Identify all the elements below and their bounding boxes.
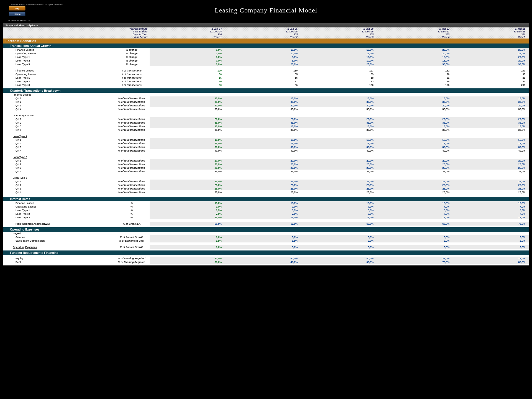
group-label: Loan Type 1 <box>3 134 114 138</box>
row-value: 20,0% <box>453 55 529 59</box>
row-value: 25,0% <box>377 180 453 183</box>
row-value: 30,0% <box>301 145 377 149</box>
row-unit: % of total transactions <box>114 159 150 162</box>
row-value: 3,0% <box>226 245 301 249</box>
row-value: 10,0% <box>226 48 301 52</box>
row-value: 25,0% <box>226 183 301 187</box>
table-row: Qrt 4% of total transactions35,0%35,0%35… <box>3 107 529 111</box>
row-unit: % of total transactions <box>114 187 150 190</box>
table-row: Loan Type 3%15,0%15,0%15,0%15,0%15,0% <box>3 216 529 219</box>
row-unit: % of total transactions <box>114 107 150 111</box>
table-row: Qrt 2% of total transactions20,0%20,0%20… <box>3 162 529 166</box>
row-value: 30,0% <box>453 100 529 104</box>
table-row: Qrt 4% of total transactions25,0%25,0%25… <box>3 190 529 194</box>
row-value: 15,0% <box>226 124 301 128</box>
row-unit: % of total transactions <box>114 145 150 149</box>
row-value: 15,0% <box>301 48 377 52</box>
group-label: Finance Leases <box>3 93 114 96</box>
row-value: 10,0% <box>301 59 377 62</box>
label: Year Period <box>114 36 150 39</box>
val: 31-Dec-28 <box>453 30 529 33</box>
row-value: 70,0% <box>453 222 529 226</box>
row-value: 15,0% <box>301 124 377 128</box>
row-value: 25,0% <box>453 180 529 183</box>
val: 31-Dec-24 <box>150 30 226 33</box>
row-value: 25,0% <box>301 62 377 66</box>
page-title: Leasing Company Financial Model <box>3 7 529 14</box>
row-value: 15,0% <box>226 142 301 145</box>
val: 366 <box>150 33 226 36</box>
val: 1-Jan-26 <box>301 27 377 30</box>
row-value: 30,0% <box>226 145 301 149</box>
row-value: 7,0% <box>226 212 301 216</box>
row-value: 15,0% <box>150 96 226 100</box>
row-value: 15,0% <box>226 96 301 100</box>
row-value: 7,0% <box>226 205 301 208</box>
row-value: 2,0% <box>301 239 377 242</box>
row-unit: % of total transactions <box>114 162 150 166</box>
table-row: Qrt 1% of total transactions15,0%15,0%15… <box>3 96 529 100</box>
row-value: 30,0% <box>377 100 453 104</box>
row-unit: % of total transactions <box>114 183 150 187</box>
table-row: Operating Leases%9,0%7,0%7,0%7,0%7,0% <box>3 205 529 208</box>
val: 1-Jan-28 <box>453 27 529 30</box>
row-value: 0,0% <box>150 62 226 66</box>
row-label: Loan Type 1 <box>3 76 114 80</box>
row-label: Qrt 4 <box>3 170 114 173</box>
row-value: 3,0% <box>453 245 529 249</box>
val: 366 <box>453 33 529 36</box>
operating-expenses-row: Operating Expenses% of Annual Growth0,0%… <box>3 245 529 249</box>
row-label: Loan Type 3 <box>3 216 114 219</box>
row-value: 156 <box>377 83 453 87</box>
row-value: 25,0% <box>377 183 453 187</box>
row-value: 2,0% <box>453 239 529 242</box>
row-unit: % <box>114 201 150 205</box>
table-row: Loan Type 2%7,0%7,0%7,0%7,0%7,0% <box>3 212 529 216</box>
rwa-row: Risk-Weighted Assets (RWA)% of Gross IEA… <box>3 222 529 226</box>
row-value: 15,0% <box>377 142 453 145</box>
copyright-text: © Profit Vision Financial Services. All … <box>11 3 63 6</box>
row-value: 68,0% <box>377 222 453 226</box>
val: 31-Dec-27 <box>377 30 453 33</box>
row-unit: % of total transactions <box>114 104 150 107</box>
row-unit: % change <box>114 62 150 66</box>
row-unit: % of total transactions <box>114 180 150 183</box>
row-value: 21 <box>377 76 453 80</box>
row-value: 7,0% <box>377 205 453 208</box>
row-value: 40,0% <box>150 149 226 152</box>
row-value: 0,0% <box>150 52 226 55</box>
row-value: 35,0% <box>377 107 453 111</box>
row-label: Qrt 2 <box>3 142 114 145</box>
table-row: Qrt 2% of total transactions30,0%30,0%30… <box>3 100 529 104</box>
val: Year 2 <box>226 36 301 39</box>
val: 1-Jan-24 <box>150 27 226 30</box>
row-value: 60,0% <box>301 260 377 264</box>
row-value: 85,0% <box>453 260 529 264</box>
forecast-scenarios-header: Forecast Scenarios <box>3 39 529 44</box>
table-row: Qrt 4% of total transactions40,0%40,0%40… <box>3 149 529 152</box>
row-unit: % of total transactions <box>114 190 150 194</box>
row-value: 15,0% <box>150 216 226 219</box>
table-row: Qrt 4% of total transactions35,0%35,0%35… <box>3 170 529 173</box>
row-value: 20,0% <box>453 159 529 162</box>
row-value: 50 <box>150 72 226 76</box>
table-row: Qrt 3% of total transactions25,0%25,0%25… <box>3 187 529 190</box>
table-row: Qrt 3% of total transactions30,0%30,0%30… <box>3 145 529 149</box>
row-value: 35,0% <box>453 107 529 111</box>
row-unit: % of total transactions <box>114 142 150 145</box>
row-label: Loan Type 2 <box>3 212 114 216</box>
row-value: 20,0% <box>377 117 453 121</box>
row-value: 35,0% <box>150 170 226 173</box>
row-value: 0,0% <box>150 59 226 62</box>
row-value: 30,0% <box>377 128 453 132</box>
table-row: Qrt 2% of total transactions15,0%15,0%15… <box>3 142 529 145</box>
row-value: 7,0% <box>377 212 453 216</box>
row-value: 30,0% <box>226 128 301 132</box>
row-unit: % of total transactions <box>114 124 150 128</box>
row-value: 95 <box>453 72 529 76</box>
table-row: Sales Team Commission% of Equipment Cost… <box>3 239 529 242</box>
row-value: 20,0% <box>453 59 529 62</box>
group-label: Operating Leases <box>3 114 114 117</box>
row-value: 15,0% <box>453 142 529 145</box>
document-root: © Profit Vision Financial Services. All … <box>1 1 531 267</box>
